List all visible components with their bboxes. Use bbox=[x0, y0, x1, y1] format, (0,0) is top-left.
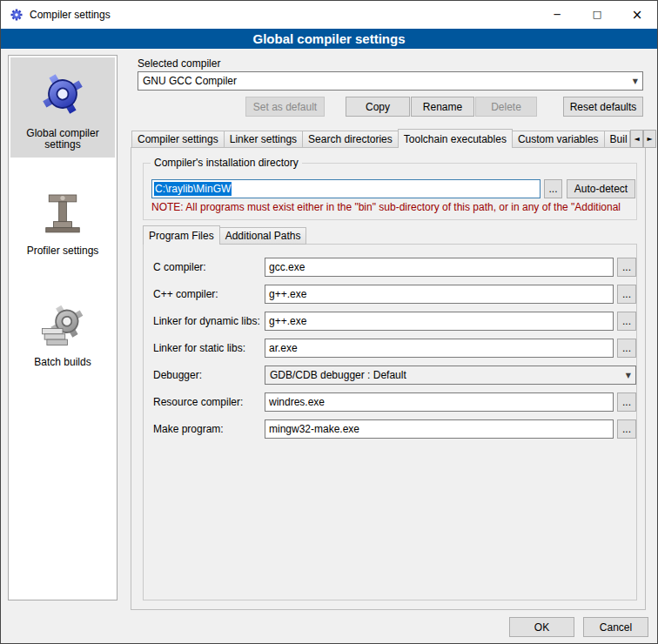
static-linker-row: Linker for static libs: ... bbox=[143, 339, 637, 358]
page-title: Global compiler settings bbox=[1, 29, 657, 49]
sidebar-item-label: Global compiler settings bbox=[10, 128, 115, 158]
compiler-settings-dialog: Compiler settings ─ □ × Global compiler … bbox=[0, 0, 658, 644]
cpp-compiler-row: C++ compiler: ... bbox=[143, 285, 637, 304]
settings-tabstrip: Compiler settings Linker settings Search… bbox=[131, 129, 630, 148]
close-button[interactable]: × bbox=[617, 1, 657, 29]
resource-compiler-label: Resource compiler: bbox=[153, 396, 243, 408]
debugger-select-value: GDB/CDB debugger : Default bbox=[270, 369, 406, 381]
cpp-compiler-label: C++ compiler: bbox=[153, 288, 218, 300]
profiler-clamp-icon bbox=[38, 189, 87, 238]
c-compiler-label: C compiler: bbox=[153, 261, 206, 273]
tab-search-directories[interactable]: Search directories bbox=[302, 131, 399, 148]
debugger-select[interactable]: GDB/CDB debugger : Default ▼ bbox=[265, 366, 636, 385]
resource-compiler-input[interactable] bbox=[265, 392, 614, 412]
rename-button[interactable]: Rename bbox=[411, 97, 474, 117]
minimize-button[interactable]: ─ bbox=[537, 1, 577, 29]
resource-compiler-browse-button[interactable]: ... bbox=[617, 392, 636, 412]
c-compiler-browse-button[interactable]: ... bbox=[617, 258, 636, 277]
compiler-select[interactable]: GNU GCC Compiler ▼ bbox=[138, 71, 643, 91]
copy-button[interactable]: Copy bbox=[346, 97, 410, 117]
selected-compiler-label: Selected compiler bbox=[138, 57, 220, 70]
tab-linker-settings[interactable]: Linker settings bbox=[224, 131, 303, 148]
make-program-row: Make program: ... bbox=[143, 419, 637, 439]
gear-gray-icon bbox=[37, 299, 88, 349]
gear-blue-icon bbox=[37, 68, 89, 120]
subtab-program-files[interactable]: Program Files bbox=[143, 225, 220, 245]
resource-compiler-row: Resource compiler: ... bbox=[143, 392, 637, 412]
tab-compiler-settings[interactable]: Compiler settings bbox=[131, 131, 225, 148]
c-compiler-input[interactable] bbox=[265, 258, 614, 277]
maximize-button[interactable]: □ bbox=[577, 1, 617, 29]
dynamic-linker-input[interactable] bbox=[265, 312, 614, 331]
settings-category-list: Global compiler settings Profiler settin… bbox=[8, 55, 118, 600]
chevron-down-icon: ▼ bbox=[633, 77, 638, 85]
dynamic-linker-row: Linker for dynamic libs: ... bbox=[143, 312, 637, 331]
sidebar-item-global-compiler-settings[interactable]: Global compiler settings bbox=[10, 57, 115, 158]
titlebar: Compiler settings ─ □ × bbox=[1, 1, 657, 29]
tab-custom-variables[interactable]: Custom variables bbox=[512, 131, 605, 148]
installation-directory-group-title: Compiler's installation directory bbox=[151, 157, 302, 169]
installation-note: NOTE: All programs must exist either in … bbox=[151, 201, 635, 213]
cpp-compiler-input[interactable] bbox=[265, 285, 614, 304]
set-as-default-button[interactable]: Set as default bbox=[245, 97, 325, 117]
make-program-input[interactable] bbox=[265, 419, 614, 439]
static-linker-browse-button[interactable]: ... bbox=[617, 339, 636, 358]
make-program-browse-button[interactable]: ... bbox=[617, 419, 636, 439]
tab-toolchain-executables[interactable]: Toolchain executables bbox=[398, 129, 513, 148]
sidebar-item-batch-builds[interactable]: Batch builds bbox=[10, 288, 115, 375]
c-compiler-row: C compiler: ... bbox=[143, 258, 637, 277]
static-linker-label: Linker for static libs: bbox=[153, 342, 245, 354]
make-program-label: Make program: bbox=[153, 423, 224, 435]
chevron-down-icon: ▼ bbox=[626, 372, 631, 379]
ok-button[interactable]: OK bbox=[509, 617, 574, 637]
reset-defaults-button[interactable]: Reset defaults bbox=[563, 97, 643, 117]
dynamic-linker-label: Linker for dynamic libs: bbox=[153, 315, 260, 327]
auto-detect-button[interactable]: Auto-detect bbox=[567, 179, 635, 198]
delete-button[interactable]: Delete bbox=[475, 97, 537, 117]
sidebar-item-label: Profiler settings bbox=[24, 245, 103, 264]
cpp-compiler-browse-button[interactable]: ... bbox=[617, 285, 636, 304]
dynamic-linker-browse-button[interactable]: ... bbox=[617, 312, 636, 331]
installation-directory-input[interactable]: C:\raylib\MinGW bbox=[151, 179, 540, 198]
installation-directory-browse-button[interactable]: ... bbox=[544, 179, 562, 198]
installation-directory-selected-text: C:\raylib\MinGW bbox=[154, 182, 232, 196]
tab-scroll-right-button[interactable]: ► bbox=[643, 130, 656, 148]
compiler-select-value: GNU GCC Compiler bbox=[143, 75, 237, 87]
program-files-tabstrip: Program Files Additional Paths bbox=[143, 225, 306, 245]
debugger-label: Debugger: bbox=[153, 369, 202, 381]
cancel-button[interactable]: Cancel bbox=[583, 617, 648, 637]
tab-build-options-truncated[interactable]: Buil bbox=[604, 131, 630, 148]
window-title: Compiler settings bbox=[30, 1, 111, 29]
app-icon bbox=[10, 8, 24, 22]
sidebar-item-label: Batch builds bbox=[30, 357, 94, 375]
static-linker-input[interactable] bbox=[265, 339, 614, 358]
subtab-additional-paths[interactable]: Additional Paths bbox=[219, 227, 307, 245]
debugger-row: Debugger: GDB/CDB debugger : Default ▼ bbox=[143, 366, 637, 385]
sidebar-item-profiler-settings[interactable]: Profiler settings bbox=[10, 178, 115, 264]
tab-scroll-left-button[interactable]: ◄ bbox=[630, 130, 643, 148]
